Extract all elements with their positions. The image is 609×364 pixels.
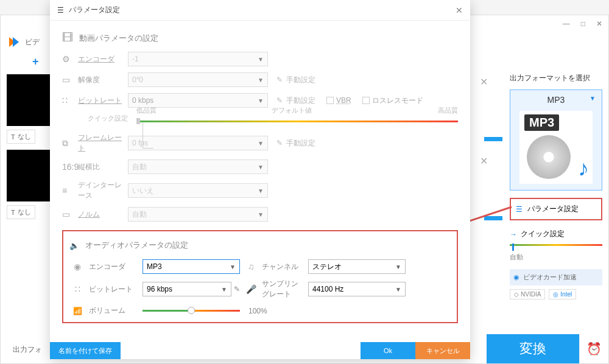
encoder-label[interactable]: エンコーダ xyxy=(78,54,128,65)
convert-button[interactable]: 変換 xyxy=(487,334,579,363)
chevron-down-icon: ▼ xyxy=(395,264,401,270)
item-close-icon[interactable]: ✕ xyxy=(480,155,488,167)
chevron-down-icon: ▼ xyxy=(395,286,401,293)
gear-icon: ⚙ xyxy=(62,54,78,64)
ok-button[interactable]: Ok xyxy=(361,342,415,359)
clock-icon: ⏰ xyxy=(586,341,602,356)
maximize-button[interactable]: □ xyxy=(581,19,585,28)
speaker-icon: 🔈 xyxy=(69,241,79,250)
framerate-row: ⧉ フレームレート 0 fps▼ ✎手動設定 xyxy=(62,133,458,153)
aspect-label: 縦横比 xyxy=(78,162,128,172)
channel-label: チャンネル xyxy=(262,262,304,272)
format-header: 出力フォーマットを選択 xyxy=(510,73,602,83)
format-name: MP3 xyxy=(547,95,565,105)
cancel-button[interactable]: キャンセル xyxy=(415,342,470,359)
dialog-close-button[interactable]: ✕ xyxy=(456,5,463,15)
volume-label: ボリューム xyxy=(89,306,139,316)
close-button[interactable]: ✕ xyxy=(596,19,602,28)
volume-slider[interactable] xyxy=(143,310,240,312)
deinterlace-icon: ≡ xyxy=(62,186,78,195)
progress-indicator xyxy=(484,137,502,141)
audio-bitrate-select[interactable]: 96 kbps▼ xyxy=(143,282,231,296)
chevron-down-icon: ▼ xyxy=(258,164,264,170)
channel-icon: ♫ xyxy=(244,262,258,271)
channel-select[interactable]: ステレオ▼ xyxy=(308,259,406,274)
intel-icon: ◎ xyxy=(553,291,558,298)
bitrate-icon: ∷ xyxy=(62,96,78,105)
bitrate-manual-button[interactable]: ✎手動設定 xyxy=(276,96,315,106)
norm-label[interactable]: ノルム xyxy=(78,209,128,220)
framerate-label[interactable]: フレームレート xyxy=(78,133,128,153)
samplerate-label: サンプリングレート xyxy=(262,279,304,299)
chevron-down-icon: ▼ xyxy=(258,56,264,63)
audio-section: 🔈 オーディオパラメータの設定 ◉ エンコーダ MP3▼ ♫ チャンネル ステレ… xyxy=(62,230,458,323)
resolution-select[interactable]: 0*0▼ xyxy=(128,72,268,87)
sliders-icon: ☰ xyxy=(57,6,64,15)
chevron-down-icon: ▼ xyxy=(221,286,227,293)
video-bitrate-row: ∷ ビットレート 0 kbps▼ ✎手動設定 VBR ロスレスモード xyxy=(62,93,458,108)
norm-icon: ▭ xyxy=(62,209,78,219)
parameter-dialog: ☰ パラメータ設定 ✕ 🎞 動画パラメータの設定 ⚙ エンコーダ -1▼ ▭ 解… xyxy=(50,0,470,359)
quick-quality-row: クイック設定 低品質 デフォルト値 高品質 xyxy=(62,114,458,123)
chevron-down-icon: ▼ xyxy=(258,97,264,104)
samplerate-icon: 🎤 xyxy=(244,284,258,294)
resolution-row: ▭ 解像度 0*0▼ ✎手動設定 xyxy=(62,72,458,87)
parameter-settings-button[interactable]: ☰ パラメータ設定 xyxy=(510,198,602,220)
encoder-select[interactable]: -1▼ xyxy=(128,52,268,66)
video-encoder-row: ⚙ エンコーダ -1▼ xyxy=(62,52,458,66)
right-sidebar: 出力フォーマットを選択 MP3▼ MP3 ♪ ☰ パラメータ設定 → クイック設… xyxy=(510,73,602,299)
volume-row: 📶 ボリューム 100% xyxy=(69,306,451,316)
samplerate-select[interactable]: 44100 Hz▼ xyxy=(308,282,406,296)
progress-indicator xyxy=(484,216,502,220)
quick-set-label: → クイック設定 xyxy=(510,229,602,239)
lossless-checkbox[interactable]: ロスレスモード xyxy=(362,96,423,106)
resolution-icon: ▭ xyxy=(62,75,78,85)
item-close-icon[interactable]: ✕ xyxy=(480,76,488,88)
video-section-header: 🎞 動画パラメータの設定 xyxy=(62,32,458,44)
minimize-button[interactable]: — xyxy=(563,19,570,28)
audio-encoder-icon: ◉ xyxy=(69,262,85,271)
framerate-manual-button[interactable]: ✎手動設定 xyxy=(276,138,315,149)
intel-badge: ◎Intel xyxy=(549,289,576,299)
pencil-icon[interactable]: ✎ xyxy=(234,285,240,293)
dialog-titlebar: ☰ パラメータ設定 ✕ xyxy=(50,0,470,21)
aspect-select[interactable]: 自動▼ xyxy=(128,159,268,174)
pencil-icon: ✎ xyxy=(276,139,283,147)
audio-encoder-label: エンコーダ xyxy=(89,262,139,272)
gpu-accel-row[interactable]: ◉ ビデオカード加速 xyxy=(510,269,602,285)
norm-select[interactable]: 自動▼ xyxy=(128,207,268,222)
norm-row: ▭ ノルム 自動▼ xyxy=(62,207,458,222)
quick-quality-slider[interactable] xyxy=(510,244,602,250)
volume-value: 100% xyxy=(248,307,267,315)
deinterlace-row: ≡ デインターレース いいえ▼ xyxy=(62,180,458,201)
deinterlace-select[interactable]: いいえ▼ xyxy=(128,183,268,198)
connector-line xyxy=(143,123,153,149)
format-card[interactable]: MP3▼ MP3 ♪ xyxy=(510,89,602,191)
auto-label: 自動 xyxy=(510,253,602,262)
chevron-down-icon: ▼ xyxy=(258,211,264,218)
chevron-down-icon: ▼ xyxy=(230,264,236,270)
aspect-icon: 16:9 xyxy=(62,162,78,172)
quality-slider[interactable]: 低品質 デフォルト値 高品質 xyxy=(136,114,458,122)
audio-encoder-select[interactable]: MP3▼ xyxy=(143,259,240,274)
save-as-button[interactable]: 名前を付けて保存 xyxy=(50,342,121,359)
chip-icon: ◉ xyxy=(513,273,519,281)
timer-button[interactable]: ⏰ xyxy=(579,334,608,363)
pencil-icon: ✎ xyxy=(276,75,283,84)
vbr-checkbox[interactable]: VBR xyxy=(326,96,351,105)
aspect-row: 16:9 縦横比 自動▼ xyxy=(62,159,458,174)
quick-label: クイック設定 xyxy=(88,114,136,123)
chevron-down-icon: ▼ xyxy=(258,140,264,147)
audio-bitrate-label: ビットレート xyxy=(89,284,139,295)
mp3-icon: MP3 ♪ xyxy=(519,111,593,184)
chevron-down-icon: ▼ xyxy=(590,95,596,102)
resolution-manual-button[interactable]: ✎手動設定 xyxy=(276,75,315,85)
volume-icon: 📶 xyxy=(69,307,85,315)
output-folder-label: 出力フォ xyxy=(13,345,42,355)
pencil-icon: ✎ xyxy=(276,96,283,105)
subtitle-dropdown[interactable]: Tなし xyxy=(7,205,35,219)
subtitle-dropdown[interactable]: Tなし xyxy=(7,130,35,144)
nvidia-badge: ◇NVIDIA xyxy=(510,289,545,299)
bitrate-label[interactable]: ビットレート xyxy=(78,96,128,106)
audio-bitrate-icon: ∷ xyxy=(69,284,85,294)
